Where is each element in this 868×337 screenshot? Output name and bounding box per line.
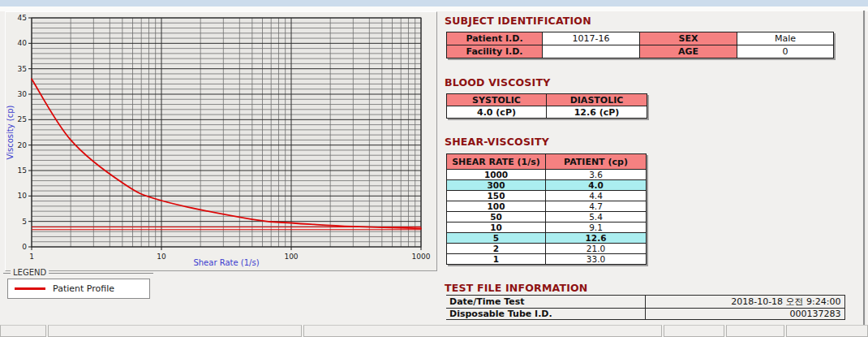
column-header: SYSTOLIC xyxy=(447,94,547,106)
field-label: SEX xyxy=(640,32,737,45)
shear-row: 1 33.0 xyxy=(447,254,647,265)
svg-text:30: 30 xyxy=(18,90,28,98)
svg-text:20: 20 xyxy=(18,141,28,149)
svg-text:15: 15 xyxy=(18,166,27,175)
shear-row: 300 4.0 xyxy=(447,180,647,191)
table-row: 4.0 (cP) 12.6 (cP) xyxy=(447,106,647,119)
field-label: Patient I.D. xyxy=(447,32,543,45)
field-label: Facility I.D. xyxy=(447,45,543,58)
svg-text:1: 1 xyxy=(29,253,34,261)
legend-caption: LEGEND xyxy=(11,268,49,277)
status-panel xyxy=(664,325,724,337)
field-label: AGE xyxy=(640,45,737,58)
svg-text:100: 100 xyxy=(284,253,298,261)
field-value: 2018-10-18 오전 9:24:00 xyxy=(645,296,844,309)
test-file-information-title: TEST FILE INFORMATION xyxy=(445,282,588,294)
diastolic-value: 12.6 (cP) xyxy=(547,106,647,119)
field-value: 1017-16 xyxy=(543,32,640,45)
subject-identification-table: Patient I.D. 1017-16 SEX Male Facility I… xyxy=(446,32,834,58)
legend-entry-label: Patient Profile xyxy=(53,283,114,294)
status-bar xyxy=(0,325,868,337)
svg-text:10: 10 xyxy=(157,253,166,261)
svg-text:1000: 1000 xyxy=(412,253,431,261)
shear-row: 5 12.6 xyxy=(447,233,647,244)
window-right-border xyxy=(863,11,866,326)
legend-group-box: LEGEND Patient Profile xyxy=(3,273,153,299)
subject-identification-title: SUBJECT IDENTIFICATION xyxy=(445,15,591,27)
shear-row: 50 5.4 xyxy=(447,212,647,223)
viscosity-chart-panel: 0510152025303540451101001000 Viscosity (… xyxy=(5,11,437,271)
svg-text:10: 10 xyxy=(18,192,28,200)
shear-viscosity-title: SHEAR-VISCOSITY xyxy=(445,136,549,148)
svg-text:45: 45 xyxy=(18,14,27,22)
field-value: Male xyxy=(737,32,834,45)
blood-viscosity-title: BLOOD VISCOSITY xyxy=(445,76,550,89)
status-panel xyxy=(0,325,46,337)
table-row: Date/Time Test 2018-10-18 오전 9:24:00 xyxy=(446,296,844,309)
test-file-information-table: Date/Time Test 2018-10-18 오전 9:24:00 Dis… xyxy=(446,295,845,320)
column-header: SHEAR RATE (1/s) xyxy=(447,154,546,170)
shear-viscosity-table: SHEAR RATE (1/s) PATIENT (cp) 1000 3.6 3… xyxy=(446,153,647,265)
field-label: Date/Time Test xyxy=(446,296,645,309)
status-panel xyxy=(48,325,302,337)
svg-text:5: 5 xyxy=(22,218,27,226)
viscosity-chart: 0510152025303540451101001000 Viscosity (… xyxy=(6,12,435,269)
svg-text:40: 40 xyxy=(18,39,28,47)
legend-entry: Patient Profile xyxy=(7,279,150,299)
blood-viscosity-table: SYSTOLIC DIASTOLIC 4.0 (cP) 12.6 (cP) xyxy=(446,93,647,119)
field-value: 0 xyxy=(737,45,834,58)
shear-row: 1000 3.6 xyxy=(447,170,647,180)
x-axis-title: Shear Rate (1/s) xyxy=(193,258,259,267)
shear-row: 10 9.1 xyxy=(447,223,647,233)
status-panel xyxy=(726,325,784,337)
column-header: PATIENT (cp) xyxy=(546,154,647,170)
field-label: Disposable Tube I.D. xyxy=(446,309,645,320)
field-value xyxy=(543,45,640,58)
status-panel xyxy=(786,325,868,337)
svg-text:0: 0 xyxy=(22,243,27,251)
column-header: DIASTOLIC xyxy=(547,94,647,106)
y-axis-title: Viscosity (cp) xyxy=(6,105,15,159)
patient-profile-line-swatch xyxy=(15,287,45,290)
systolic-value: 4.0 (cP) xyxy=(447,106,547,119)
table-header-row: SHEAR RATE (1/s) PATIENT (cp) xyxy=(447,154,647,170)
shear-row: 100 4.7 xyxy=(447,201,647,212)
shear-row: 2 21.0 xyxy=(447,244,647,254)
table-row: Patient I.D. 1017-16 SEX Male xyxy=(447,32,834,45)
svg-text:35: 35 xyxy=(18,65,27,73)
table-row: Disposable Tube I.D. 000137283 xyxy=(446,309,844,320)
table-row: Facility I.D. AGE 0 xyxy=(447,45,834,58)
svg-text:25: 25 xyxy=(18,115,27,123)
table-row: SYSTOLIC DIASTOLIC xyxy=(447,94,647,106)
status-panel xyxy=(303,325,662,337)
field-value: 000137283 xyxy=(645,309,844,320)
shear-row: 150 4.4 xyxy=(447,191,647,201)
